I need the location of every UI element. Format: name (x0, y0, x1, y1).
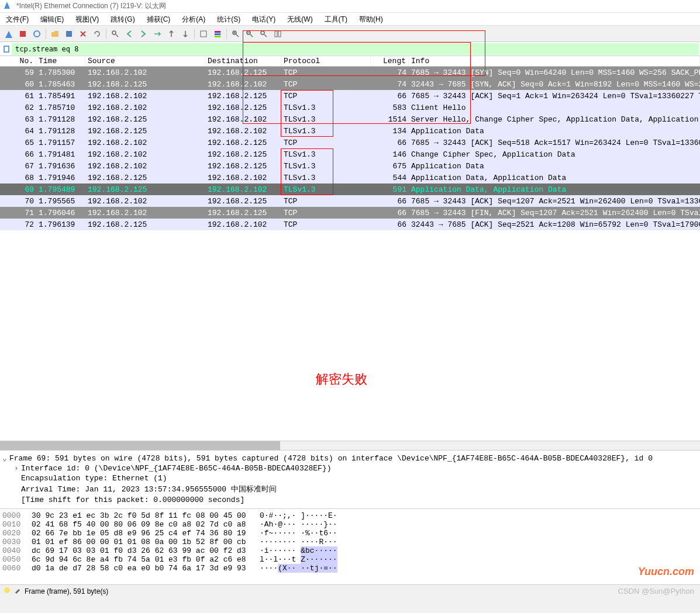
packet-details[interactable]: ⌄Frame 69: 591 bytes on wire (4728 bits)… (0, 450, 700, 508)
title-bar: *Intel(R) Ethernet Connection (7) I219-V… (0, 0, 700, 13)
svg-point-3 (112, 31, 116, 34)
packet-row[interactable]: 651.791157192.168.2.102192.168.2.125TCP6… (0, 137, 700, 148)
horizontal-scrollbar[interactable] (0, 441, 700, 450)
menu-item-8[interactable]: 无线(W) (281, 13, 318, 25)
colorize-button[interactable] (211, 27, 224, 40)
svg-rect-18 (275, 31, 277, 37)
packet-row[interactable]: 711.796046192.168.2.102192.168.2.125TCP6… (0, 207, 700, 219)
hex-view[interactable]: 000030 9c 23 e1 ec 3b 2c f0 5d 8f 11 fc … (0, 508, 700, 584)
packet-row[interactable]: 601.785463192.168.2.125192.168.2.102TCP7… (0, 78, 700, 90)
find-button[interactable] (109, 27, 122, 40)
annotation-text: 解密失败 (316, 370, 367, 388)
svg-rect-7 (215, 33, 220, 35)
menu-item-5[interactable]: 分析(A) (176, 13, 211, 25)
zoom-reset-button[interactable] (257, 27, 270, 40)
open-button[interactable] (49, 27, 61, 40)
restart-capture-button[interactable] (30, 27, 43, 40)
packet-row[interactable]: 631.791128192.168.2.125192.168.2.102TLSv… (0, 113, 700, 125)
resize-columns-button[interactable] (271, 27, 284, 40)
go-last-button[interactable] (179, 27, 192, 40)
detail-encap: Encapsulation type: Ethernet (1) (2, 473, 698, 483)
menu-item-7[interactable]: 电话(Y) (246, 13, 281, 25)
svg-rect-2 (66, 31, 72, 37)
go-first-button[interactable] (165, 27, 178, 40)
toolbar (0, 26, 700, 42)
menu-item-1[interactable]: 编辑(E) (35, 13, 70, 25)
hex-row[interactable]: 0040dc 69 17 03 03 01 f0 d3 26 62 63 99 … (2, 546, 698, 555)
menu-bar: 文件(F)编辑(E)视图(V)跳转(G)捕获(C)分析(A)统计(S)电话(Y)… (0, 13, 700, 26)
menu-item-10[interactable]: 帮助(H) (353, 13, 389, 25)
hex-row[interactable]: 003001 01 ef 86 00 00 01 01 08 0a 00 1b … (2, 538, 698, 546)
detail-shift: [Time shift for this packet: 0.000000000… (2, 495, 698, 505)
hex-row[interactable]: 0060d0 1a de d7 28 58 c0 ea e0 b0 74 6a … (2, 564, 698, 573)
col-protocol[interactable]: Protocol (281, 56, 371, 66)
packet-row[interactable]: 701.795565192.168.2.102192.168.2.125TCP6… (0, 195, 700, 207)
edit-icon[interactable] (14, 587, 21, 595)
col-info[interactable]: Info (409, 56, 700, 66)
packet-row[interactable]: 721.796139192.168.2.125192.168.2.102TCP6… (0, 219, 700, 230)
watermark-csdn: CSDN @Sun@Python (618, 587, 694, 595)
go-next-button[interactable] (137, 27, 150, 40)
packet-row[interactable]: 621.785710192.168.2.102192.168.2.125TLSv… (0, 102, 700, 113)
detail-arrival: Arrival Time: Jan 11, 2023 13:57:34.9565… (2, 483, 698, 495)
separator (106, 29, 106, 39)
display-filter-input[interactable] (12, 43, 699, 55)
status-indicator-icon (4, 587, 11, 595)
packet-list-header[interactable]: No. Time Source Destination Protocol Len… (0, 56, 700, 67)
separator (46, 29, 46, 39)
separator (194, 29, 195, 39)
packet-row[interactable]: 691.795489192.168.2.125192.168.2.102TLSv… (0, 183, 700, 195)
packet-row[interactable]: 681.791946192.168.2.125192.168.2.102TLSv… (0, 172, 700, 183)
menu-item-4[interactable]: 捕获(C) (141, 13, 177, 25)
packet-row[interactable]: 661.791481192.168.2.102192.168.2.125TLSv… (0, 148, 700, 160)
status-bar: Frame (frame), 591 byte(s) (0, 584, 700, 597)
filter-bar (0, 42, 700, 56)
bookmark-icon[interactable] (1, 44, 12, 54)
col-time[interactable]: Time (36, 56, 85, 66)
svg-rect-20 (4, 46, 9, 52)
go-to-button[interactable] (151, 27, 164, 40)
svg-line-17 (264, 34, 267, 37)
col-no[interactable]: No. (0, 56, 36, 66)
close-button[interactable] (77, 27, 89, 40)
menu-item-9[interactable]: 工具(T) (319, 13, 353, 25)
svg-rect-0 (20, 31, 26, 37)
menu-item-2[interactable]: 视图(V) (70, 13, 105, 25)
zoom-in-button[interactable] (229, 27, 242, 40)
hex-row[interactable]: 001002 41 68 f5 40 00 80 06 09 8e c0 a8 … (2, 520, 698, 529)
go-prev-button[interactable] (123, 27, 136, 40)
svg-point-1 (34, 31, 40, 37)
zoom-out-button[interactable] (243, 27, 256, 40)
packet-row[interactable]: 591.785300192.168.2.102192.168.2.125TCP7… (0, 67, 700, 78)
menu-item-3[interactable]: 跳转(G) (105, 13, 140, 25)
svg-rect-19 (278, 31, 281, 37)
svg-point-16 (261, 31, 264, 34)
hex-row[interactable]: 000030 9c 23 e1 ec 3b 2c f0 5d 8f 11 fc … (2, 511, 698, 520)
stop-capture-button[interactable] (16, 27, 29, 40)
col-source[interactable]: Source (85, 56, 205, 66)
hex-row[interactable]: 002002 66 7e bb 1e 05 d8 e9 96 25 c4 ef … (2, 529, 698, 538)
packet-row[interactable]: 611.785491192.168.2.102192.168.2.125TCP6… (0, 90, 700, 102)
svg-rect-8 (215, 36, 220, 37)
menu-item-0[interactable]: 文件(F) (0, 13, 35, 25)
col-length[interactable]: Lengt (371, 56, 409, 66)
detail-frame: ⌄Frame 69: 591 bytes on wire (4728 bits)… (2, 453, 698, 463)
packet-row[interactable]: 671.791636192.168.2.102192.168.2.125TLSv… (0, 160, 700, 172)
auto-scroll-button[interactable] (197, 27, 210, 40)
svg-point-21 (4, 587, 10, 593)
reload-button[interactable] (91, 27, 104, 40)
packet-row[interactable]: 641.791128192.168.2.125192.168.2.102TLSv… (0, 125, 700, 137)
save-button[interactable] (63, 27, 75, 40)
start-capture-button[interactable] (2, 27, 15, 40)
watermark: Yuucn.com (638, 566, 694, 578)
status-text: Frame (frame), 591 byte(s) (25, 587, 108, 595)
col-destination[interactable]: Destination (205, 56, 281, 66)
separator (226, 29, 227, 39)
svg-rect-5 (201, 31, 206, 37)
detail-interface: ›Interface id: 0 (\Device\NPF_{1AF74E8E-… (2, 463, 698, 473)
menu-item-6[interactable]: 统计(S) (211, 13, 246, 25)
svg-rect-6 (215, 31, 220, 33)
hex-row[interactable]: 00506c 9d 94 6c 8e a4 fb 74 5a 01 e3 fb … (2, 555, 698, 564)
window-title: *Intel(R) Ethernet Connection (7) I219-V… (16, 1, 166, 11)
app-icon (4, 1, 13, 12)
